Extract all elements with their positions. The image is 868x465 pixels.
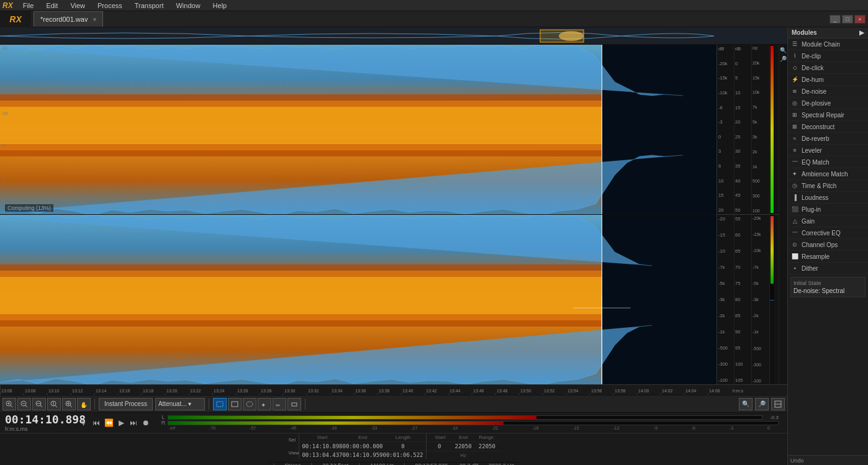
overview-bar[interactable] [0, 27, 787, 45]
sel-row: 00:14:10.898 00:00:00.000 0 [299, 442, 425, 451]
deconstruct-icon: ⊠ [790, 122, 799, 131]
maximize-button[interactable]: □ [842, 15, 853, 24]
select-time-icon [231, 401, 238, 407]
de-click-item[interactable]: ◇ De-click [788, 62, 868, 74]
freq-headers: Start End Range [427, 433, 500, 442]
svg-rect-7 [0, 107, 602, 144]
level-bar-l [168, 415, 762, 420]
resample-item[interactable]: ⬜ Resample [788, 251, 868, 263]
menu-transport[interactable]: Transport [132, 2, 166, 9]
plug-in-item[interactable]: ⬛ Plug-in [788, 204, 868, 215]
deconstruct-item[interactable]: ⊠ Deconstruct [788, 121, 868, 133]
zoom-right-in[interactable]: 🔍 [739, 398, 753, 410]
de-noise-label: De-noise [802, 88, 866, 95]
ambience-match-item[interactable]: ✦ Ambience Match [788, 168, 868, 180]
zoom-out-icon[interactable]: 🔎 [780, 56, 787, 62]
attenuation-dropdown[interactable]: Attenuat... ▾ [155, 398, 205, 410]
app-logo: RX [2, 1, 13, 10]
resample-icon: ⬜ [790, 252, 799, 261]
zoom-fit-h-icon [35, 400, 43, 408]
record2-button[interactable]: ⏺ [140, 417, 151, 428]
zoom-in-icon[interactable]: 🔍 [780, 47, 787, 53]
menu-edit[interactable]: Edit [43, 2, 60, 9]
goto-end-button[interactable]: ⏭ [128, 417, 139, 428]
time-info: Start End Length 00:14:10.898 00:00:00.0… [299, 433, 425, 459]
de-noise-item[interactable]: ≋ De-noise [788, 86, 868, 97]
hand-tool-button[interactable]: ✋ [77, 398, 91, 410]
eraser-button[interactable] [287, 398, 301, 410]
attenuation-label: Attenuat... [158, 400, 187, 407]
de-plosive-item[interactable]: ◎ De-plosive [788, 97, 868, 109]
zoom-fit-vertical[interactable] [47, 398, 61, 410]
level-bar-r [168, 421, 779, 425]
channel-ops-item[interactable]: ⊙ Channel Ops [788, 239, 868, 251]
de-hum-item[interactable]: ⚡ De-hum [788, 74, 868, 86]
panel-expand-icon[interactable]: ▶ [859, 29, 864, 36]
eraser-icon [291, 400, 298, 408]
zoom-right-out[interactable]: 🔎 [755, 398, 769, 410]
channel-top[interactable]: -20 -15 -10 -6 -3 0 Computing (13%) [0, 45, 717, 215]
select-rect-button[interactable] [213, 398, 227, 410]
menu-help[interactable]: Help [210, 2, 230, 9]
svg-rect-15 [0, 277, 602, 314]
goto-start-button[interactable]: ⏮ [91, 417, 102, 428]
dither-item[interactable]: ▪ Dither [788, 263, 868, 274]
lasso-button[interactable] [243, 398, 256, 410]
svg-text:14:00: 14:00 [638, 389, 649, 393]
menu-file[interactable]: File [20, 2, 37, 9]
svg-text:13:58: 13:58 [615, 389, 626, 393]
gain-item[interactable]: △ Gain [788, 215, 868, 227]
select-time-button[interactable] [228, 398, 242, 410]
menu-view[interactable]: View [68, 2, 88, 9]
toolbar: ✋ Instant Process Attenuat... ▾ [0, 395, 787, 413]
undo-button[interactable]: Undo [790, 458, 804, 464]
magic-wand-icon: ✦ [261, 400, 268, 408]
time-pitch-item[interactable]: ◷ Time & Pitch [788, 180, 868, 192]
menu-process[interactable]: Process [95, 2, 125, 9]
corrective-eq-icon: 〰 [790, 228, 799, 237]
svg-rect-0 [0, 27, 787, 44]
freq-start: 0 [428, 443, 451, 449]
de-reverb-item[interactable]: ≈ De-reverb [788, 133, 868, 145]
channel-bottom[interactable] [0, 215, 717, 384]
svg-line-92 [40, 405, 42, 407]
length-header: Length [383, 435, 423, 440]
right-panel-header: Modules ▶ [788, 27, 868, 38]
close-button[interactable]: × [854, 15, 866, 24]
level-meter-container: L -0.3 R -Inf-70-57-45-39-33-27-24-21-18… [160, 415, 779, 430]
ambience-match-label: Ambience Match [802, 171, 866, 178]
module-chain-item[interactable]: ☰ Module Chain [788, 38, 868, 50]
zoom-fit-all[interactable] [62, 398, 76, 410]
pencil-button[interactable]: ✏ [273, 398, 286, 410]
play-back-button[interactable]: ⏪ [103, 417, 114, 428]
de-hum-label: De-hum [802, 76, 866, 83]
db-value-l: -0.3 [764, 415, 779, 420]
de-clip-icon: ⌇ [790, 52, 799, 60]
eq-match-item[interactable]: 〰 EQ Match [788, 156, 868, 168]
zoom-fit-horizontal[interactable] [32, 398, 46, 410]
fit-view-button[interactable] [771, 398, 785, 410]
svg-text:13:16: 13:16 [119, 389, 130, 393]
freq-row-2: Hz [427, 451, 500, 460]
loudness-item[interactable]: ▐ Loudness [788, 192, 868, 204]
module-chain-icon: ☰ [790, 40, 799, 48]
tab-close-button[interactable]: × [93, 16, 96, 23]
minimize-button[interactable]: _ [830, 15, 841, 24]
file-tab[interactable]: *record001.wav × [34, 11, 103, 27]
leveler-item[interactable]: ≡ Leveler [788, 145, 868, 156]
de-clip-item[interactable]: ⌇ De-clip [788, 50, 868, 62]
magic-wand-button[interactable]: ✦ [258, 398, 271, 410]
zoom-in-button[interactable] [2, 398, 16, 410]
instant-process-button[interactable]: Instant Process [99, 398, 153, 410]
svg-line-95 [55, 405, 57, 407]
select-tools: ✦ ✏ [213, 398, 301, 410]
play-button[interactable]: ▶ [115, 417, 127, 428]
time-display-area: 00:14:10.898 h:m:s.ms [5, 413, 73, 432]
zoom-out-button[interactable] [17, 398, 31, 410]
transport-controls: 🎙 ⏮ ⏪ ▶ ⏭ ⏺ [78, 417, 151, 428]
corrective-eq-item[interactable]: 〰 Corrective EQ [788, 227, 868, 239]
spectral-repair-item[interactable]: ⊞ Spectral Repair [788, 109, 868, 121]
zoom-tools: ✋ [2, 398, 91, 410]
record-button[interactable]: 🎙 [78, 417, 89, 428]
menu-window[interactable]: Window [173, 2, 202, 9]
